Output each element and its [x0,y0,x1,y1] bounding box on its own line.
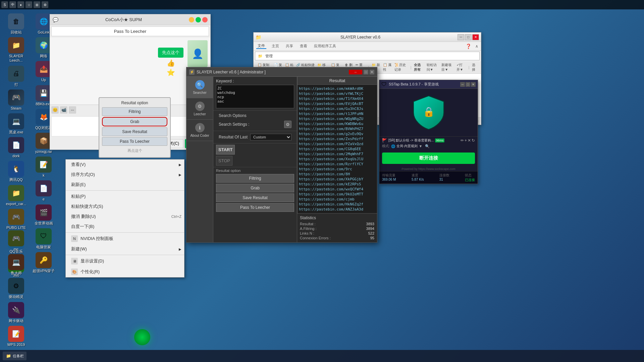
wechat-minimize-btn[interactable] [189,17,194,22]
resultat-item: https://pastebin.com/ANZJaA3d [299,207,376,212]
tool-history[interactable]: 📜 历史记录 [394,63,408,72]
ctx-personalize[interactable]: 🎨 个性化(R) [66,266,184,277]
sstap-restore-btn[interactable]: □ [466,82,470,87]
ribbon-tab-file[interactable]: 文件 [256,43,266,49]
ctx-baidu[interactable]: 自度一下(B) [66,222,184,232]
tool-properties[interactable]: 📋 属性 [383,63,392,72]
slayer-save-resultat-btn[interactable]: Save Resultat [216,193,294,202]
ctx-refresh[interactable]: 刷新(E) [66,180,184,190]
ribbon-tab-home[interactable]: 主页 [270,44,280,49]
xian-dian-btn[interactable]: 先点这个 [158,48,183,58]
sstap-refresh-btn[interactable]: ↻ [472,138,475,143]
slayer-filtring-btn[interactable]: Filtring [216,174,294,183]
ribbon-tab-share[interactable]: 共享 [284,44,294,49]
start-btn[interactable]: START [216,145,235,155]
sstap-minimize-btn[interactable]: ─ [460,82,465,87]
icon-driver[interactable]: ⚙ 驱动精灵 [3,278,30,299]
sstap-connect-btn[interactable]: 断开连接 [382,153,475,164]
sidebar-item-searcher[interactable]: 🔍 Searcher [186,77,213,98]
ro-save-btn[interactable]: Save Resultat [102,127,167,136]
icon-print[interactable]: 🖨 打 [3,66,30,87]
ro-pass-leecher-btn[interactable]: Pass To Leecher [102,137,167,146]
sstap-add-btn[interactable]: + [465,138,467,143]
tool-select-all[interactable]: 全选所有 [414,63,424,72]
wechat-maximize-btn[interactable] [196,17,201,22]
tool-new-item[interactable]: 新建项目▼ [441,63,454,72]
icon-dork[interactable]: 📄 dork [3,137,30,158]
resultat-header: Resultat [298,77,377,85]
ro-filtring-btn[interactable]: Filtring [102,107,167,116]
icon-k[interactable]: 📝 k [30,157,57,178]
sstap-delete-btn[interactable]: ✕ [468,138,471,143]
icon-netcard[interactable]: 🔌 网卡驱动 [3,302,30,323]
icon-tencentqq[interactable]: 🐧 腾讯QQ [3,161,30,182]
icon-steam[interactable]: 🎮 Steam [3,89,30,111]
wechat-emoji-btn[interactable]: 😊 [51,106,59,114]
stop-btn[interactable]: STOP [216,156,232,166]
taskbar-icon-star[interactable]: ☆ [25,1,32,8]
ctx-undo[interactable]: 撤消 删除(U) Ctrl+Z [66,212,184,222]
icon-e[interactable]: 📄 e [30,180,57,201]
wechat-video-btn[interactable]: 📹 [60,106,67,114]
slayer-close-btn[interactable]: ✕ [370,70,374,74]
taskbar-icon-s[interactable]: S [1,1,8,8]
explorer-address-bar[interactable]: 📁 管理 [255,52,480,60]
slayer-grab-btn[interactable]: Grab [216,184,294,192]
taskbar-icon-grid[interactable]: ⊞ [34,1,40,8]
icon-heizhuomac[interactable]: 💻 黑桌.exe [3,113,30,134]
wechat-close-btn[interactable] [202,17,208,22]
tool-easy-access[interactable]: 轻松访问▼ [427,63,439,72]
ctx-display[interactable]: 🖥 显示设置(D) [66,256,184,266]
ribbon-tab-apptools[interactable]: 应用程序工具 [313,44,337,49]
settings-gear-btn[interactable]: ⚙ [284,121,291,128]
taskbar-icon-zh[interactable]: 中 [9,1,16,8]
icon-wps[interactable]: 📝 WPS 2019 [3,326,30,347]
ribbon-tab-view[interactable]: 查看 [299,44,309,49]
icon-vpn[interactable]: 🔑 超强VPN穿子 [30,252,57,273]
slayer-pass-leecher-btn[interactable]: Pass To Leecher [216,203,294,212]
icon-ludashi[interactable]: 💻 鲁大师 [3,254,30,275]
ctx-sort[interactable]: 排序方式(O) ▶ [66,170,184,180]
sstap-close-btn[interactable]: ✕ [471,82,476,87]
taskbar-icon-diamond[interactable]: ♦ [17,1,24,8]
explorer-help-btn[interactable]: ❓ [466,44,471,49]
icon-mc[interactable]: 🎮 mc [3,230,30,251]
about-icon: ℹ [195,123,205,132]
icon-pcmgr[interactable]: 🛡 电脑管家 [30,228,57,249]
slayer-minimize-btn[interactable]: ─ [349,70,362,74]
sidebar-item-about[interactable]: ℹ About Coder [186,120,213,141]
tool-open[interactable]: ✓打开▼ [457,63,466,72]
icon-recycle[interactable]: 🗑 回收站 [3,13,30,35]
sstap-mode-dropdown[interactable]: ▼ [419,144,423,148]
icon-export[interactable]: 📁 export_car... [3,185,30,206]
statistics-title: Statistics [300,216,374,220]
resultat-list[interactable]: https://pastebin.com/mkWArd0Khttps://pas… [298,85,377,213]
ctx-paste-shortcut[interactable]: 粘贴快捷方式(S) [66,201,184,212]
wechat-more-btn[interactable]: ··· [69,106,76,114]
explorer-minimize-btn[interactable]: ─ [458,34,464,40]
slayer-restore-btn[interactable]: □ [364,70,368,74]
ro-grab-btn[interactable]: Grab [102,117,167,126]
sstap-edit-btn[interactable]: ✏ [461,138,464,143]
taskbar-app-folder[interactable]: 📁 任务栏 [3,352,26,360]
keyword-textarea[interactable]: ZC watchdog ncp aac [216,85,294,108]
sstap-mode-search-btn[interactable]: 🔍 [425,144,430,148]
explorer-expand-ribbon-btn[interactable]: ∧ [475,44,478,49]
tool-select[interactable]: 选择 [472,63,477,72]
resultat-item: https://pastebin.com/T1fXm4X4 [299,96,376,101]
explorer-close-btn[interactable]: ✕ [472,34,479,40]
ctx-undo-label: 撤消 删除(U) [71,214,96,220]
ctx-nvidia[interactable]: N NVIDIA 控制面板 [66,233,184,244]
resultat-of-last-select[interactable]: Custom [250,134,291,140]
icon-slayer[interactable]: 📁 SLAYER Leech... [3,37,30,63]
explorer-restore-btn[interactable]: □ [465,34,472,40]
ctx-view[interactable]: 查看(V) ▶ [66,160,184,170]
pass-to-leecher-top-btn[interactable]: Pass To Leecher [51,26,209,36]
icon-animation[interactable]: 🎬 全世界动画 [30,204,57,226]
sidebar-item-leecher[interactable]: ⚙ Leecher [186,98,213,120]
resultat-item: https://pastebin.com/g2xEu9Qv [299,131,376,136]
icon-pubg[interactable]: 🎮 PUBG LITE [3,209,30,230]
ctx-new[interactable]: 新建(W) ▶ [66,244,184,254]
taskbar-icon-settings[interactable]: ⚙ [42,1,48,8]
ctx-paste[interactable]: 粘贴(P) [66,191,184,201]
